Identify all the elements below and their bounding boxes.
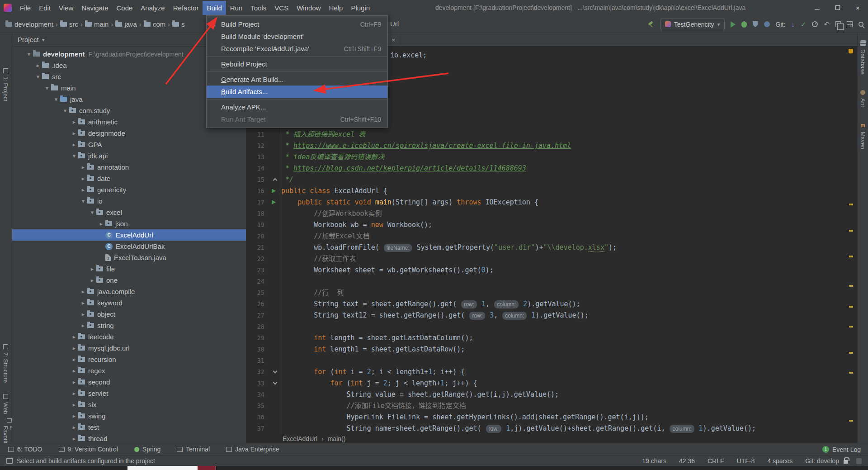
- menu-file[interactable]: File: [16, 1, 35, 15]
- warning-mark[interactable]: [849, 230, 853, 232]
- code-line-17[interactable]: 17 public static void main(String[] args…: [246, 197, 857, 208]
- run-gutter-icon[interactable]: [272, 189, 276, 193]
- expand-arrow-icon[interactable]: ▸: [79, 175, 87, 182]
- menu-item-generate-ant-build[interactable]: Generate Ant Build...: [207, 73, 387, 85]
- tree-item-second[interactable]: ▸second: [12, 376, 246, 388]
- tree-item-exceltojson-java[interactable]: JExcelToJson.java: [12, 252, 246, 263]
- fold-icon[interactable]: [273, 380, 278, 385]
- code-line-15[interactable]: 15 */: [246, 174, 857, 185]
- menu-item-build-module-development[interactable]: Build Module 'development': [207, 30, 387, 43]
- coverage-icon[interactable]: [753, 21, 758, 27]
- menu-tools[interactable]: Tools: [246, 1, 270, 15]
- code-line-18[interactable]: 18 //创建Workbook实例: [246, 208, 857, 219]
- expand-arrow-icon[interactable]: ▸: [70, 345, 78, 351]
- tool-window-button-ant[interactable]: Ant: [859, 90, 866, 107]
- expand-arrow-icon[interactable]: ▸: [88, 277, 96, 284]
- menu-window[interactable]: Window: [292, 1, 325, 15]
- tree-item-leetcode[interactable]: ▸leetcode: [12, 331, 246, 342]
- tree-item-java-compile[interactable]: ▸java.compile: [12, 286, 246, 297]
- menu-code[interactable]: Code: [112, 1, 137, 15]
- warning-mark[interactable]: [849, 306, 853, 308]
- tree-item-thread[interactable]: ▸thread: [12, 433, 246, 443]
- status-git-develop[interactable]: Git: develop: [805, 457, 839, 465]
- search-icon[interactable]: [859, 22, 863, 27]
- status-crlf[interactable]: CRLF: [708, 457, 724, 465]
- status-42-36[interactable]: 42:36: [679, 457, 695, 465]
- collapse-arrow-icon[interactable]: ▾: [88, 209, 96, 216]
- rollback-icon[interactable]: ↶: [824, 20, 830, 28]
- breadcrumb-item-java[interactable]: java: [115, 20, 137, 28]
- tool-window-button-maven[interactable]: mMaven: [859, 122, 866, 149]
- code-line-28[interactable]: 28: [246, 321, 857, 332]
- code-line-33[interactable]: 33 for (int j = 2; j < length+1; j++) {: [246, 378, 857, 389]
- menu-plugin[interactable]: Plugin: [347, 1, 374, 15]
- expand-arrow-icon[interactable]: ▸: [70, 413, 78, 419]
- tool-window-button-9-version-control[interactable]: 9: Version Control: [59, 446, 118, 453]
- collapse-arrow-icon[interactable]: ▾: [34, 73, 42, 80]
- expand-arrow-icon[interactable]: ▸: [70, 390, 78, 397]
- tree-item-test[interactable]: ▸test: [12, 422, 246, 433]
- fold-end-icon[interactable]: [273, 178, 278, 183]
- menu-vcs[interactable]: VCS: [270, 1, 292, 15]
- tree-item-string[interactable]: ▸string: [12, 320, 246, 331]
- run-icon[interactable]: [731, 21, 736, 28]
- tree-item-annotation[interactable]: ▸annotation: [12, 161, 246, 173]
- code-line-20[interactable]: 20 //加载Excel文档: [246, 231, 857, 242]
- expand-arrow-icon[interactable]: ▸: [79, 322, 87, 329]
- expand-arrow-icon[interactable]: ▸: [70, 130, 78, 137]
- tool-window-button-terminal[interactable]: Terminal: [177, 446, 210, 453]
- error-stripe[interactable]: [848, 47, 854, 434]
- breadcrumb-method[interactable]: main(): [328, 435, 346, 442]
- run-config-select[interactable]: TestGenericity ▾: [660, 19, 725, 30]
- warning-mark[interactable]: [849, 326, 853, 328]
- menu-help[interactable]: Help: [325, 1, 347, 15]
- expand-arrow-icon[interactable]: ▸: [70, 119, 78, 125]
- expand-arrow-icon[interactable]: ▸: [97, 220, 105, 227]
- code-line-35[interactable]: 35 //添加File文档链接，链接到指定文档: [246, 400, 857, 412]
- diff-icon[interactable]: [835, 21, 841, 27]
- breadcrumb-item-main[interactable]: main: [85, 20, 109, 28]
- expand-arrow-icon[interactable]: ▸: [70, 356, 78, 363]
- layout-icon[interactable]: [847, 21, 853, 27]
- breadcrumb-item-development[interactable]: development: [5, 20, 53, 28]
- close-button[interactable]: ×: [848, 0, 868, 15]
- project-panel-title[interactable]: Project: [18, 36, 39, 43]
- menu-edit[interactable]: Edit: [35, 1, 55, 15]
- tree-item-object[interactable]: ▸object: [12, 309, 246, 320]
- expand-arrow-icon[interactable]: ▸: [70, 401, 78, 408]
- tree-item-keyword[interactable]: ▸keyword: [12, 297, 246, 309]
- tree-item-exceladdurlbak[interactable]: CExcelAddUrlBak: [12, 241, 246, 252]
- code-line-21[interactable]: 21 wb.loadFromFile( fileName: System.get…: [246, 242, 857, 253]
- lock-icon[interactable]: [844, 460, 848, 464]
- code-line-36[interactable]: 36 HyperLink FileLink = sheet.getHyperLi…: [246, 412, 857, 423]
- menu-analyze[interactable]: Analyze: [137, 1, 169, 15]
- code-line-32[interactable]: 32 for (int i = 2; i < length1+1; i++) {: [246, 366, 857, 378]
- menu-item-rebuild-project[interactable]: Rebuild Project: [207, 58, 387, 70]
- tool-window-button-7-structure[interactable]: 7: Structure: [2, 344, 9, 383]
- tool-window-button-6-todo[interactable]: 6: TODO: [8, 446, 42, 453]
- code-line-19[interactable]: 19 Workbook wb = new Workbook();: [246, 219, 857, 231]
- code-line-22[interactable]: 22 //获取工作表: [246, 253, 857, 265]
- tree-item-jdk-api[interactable]: ▾jdk.api: [12, 150, 246, 161]
- expand-arrow-icon[interactable]: ▸: [34, 62, 42, 69]
- build-hammer-icon[interactable]: [647, 21, 655, 28]
- tree-item-servlet[interactable]: ▸servlet: [12, 388, 246, 399]
- expand-arrow-icon[interactable]: ▸: [70, 367, 78, 374]
- tree-item-regex[interactable]: ▸regex: [12, 365, 246, 376]
- expand-arrow-icon[interactable]: ▸: [79, 186, 87, 193]
- tree-item-six[interactable]: ▸six: [12, 399, 246, 410]
- collapse-arrow-icon[interactable]: ▾: [79, 198, 87, 204]
- expand-arrow-icon[interactable]: ▸: [70, 333, 78, 340]
- tree-item-genericity[interactable]: ▸genericity: [12, 184, 246, 195]
- tree-item-one[interactable]: ▸one: [12, 275, 246, 286]
- git-commit-icon[interactable]: ✓: [801, 20, 807, 28]
- breadcrumb-class[interactable]: ExcelAddUrl: [283, 435, 317, 442]
- maximize-button[interactable]: [827, 0, 848, 15]
- expand-arrow-icon[interactable]: ▸: [70, 424, 78, 431]
- code-line-12[interactable]: 12 * https://www.e-iceblue.cn/spirexlsja…: [246, 140, 857, 152]
- collapse-arrow-icon[interactable]: ▾: [70, 152, 78, 159]
- code-line-34[interactable]: 34 String value = sheet.getRange().get(i…: [246, 389, 857, 400]
- warning-mark[interactable]: [849, 420, 853, 422]
- profiler-icon[interactable]: [764, 21, 770, 27]
- code-line-26[interactable]: 26 String text = sheet.getRange().get( r…: [246, 299, 857, 310]
